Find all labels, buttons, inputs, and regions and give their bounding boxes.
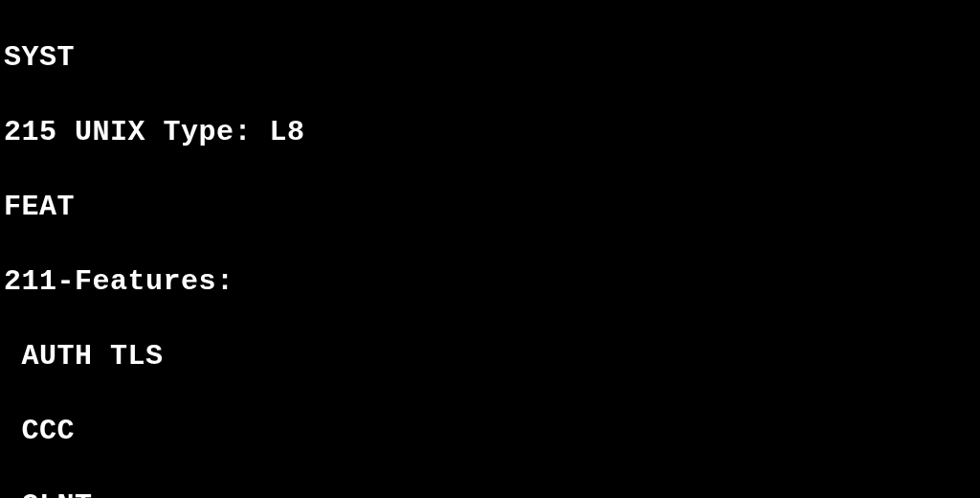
terminal-line: SYST [4,39,976,77]
terminal-line: 215 UNIX Type: L8 [4,114,976,151]
terminal-line: AUTH TLS [4,338,976,375]
terminal-output: SYST 215 UNIX Type: L8 FEAT 211-Features… [4,2,976,498]
terminal-line: CCC [4,413,976,450]
terminal-line: 211-Features: [4,263,976,301]
terminal-line: FEAT [4,189,976,226]
terminal-line: CLNT [4,487,976,498]
